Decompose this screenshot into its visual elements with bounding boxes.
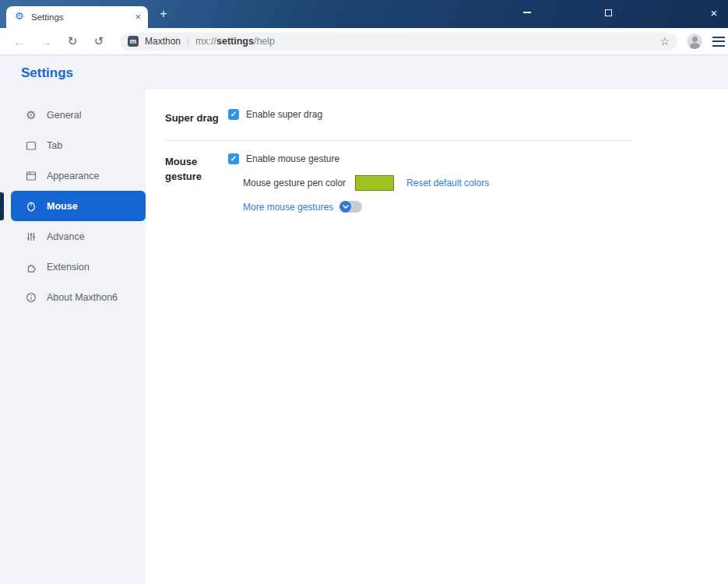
refresh-button[interactable]: ↻: [62, 31, 83, 51]
undo-button[interactable]: ↺: [89, 31, 109, 51]
tab-icon: [25, 139, 37, 152]
more-gestures-row: More mouse gestures: [243, 201, 362, 213]
reset-default-colors-link[interactable]: Reset default colors: [406, 178, 489, 188]
sidebar-item-about[interactable]: About Maxthon6: [11, 282, 146, 312]
settings-content-panel: Super drag ✓ Enable super drag Mouse ges…: [146, 90, 728, 584]
more-gestures-toggle[interactable]: [339, 201, 362, 213]
address-bar[interactable]: m Maxthon | mx:// settings /help ☆: [120, 33, 677, 51]
new-tab-button[interactable]: +: [154, 5, 173, 23]
enable-super-drag-row: ✓ Enable super drag: [228, 109, 322, 120]
url-host: settings: [216, 36, 254, 47]
enable-super-drag-label: Enable super drag: [246, 109, 322, 120]
tab-settings[interactable]: ⚙ Settings ×: [6, 6, 148, 28]
mouse-icon: [25, 200, 37, 213]
info-icon: [25, 291, 37, 304]
selected-item-indicator: [0, 192, 4, 220]
settings-page: Settings ⚙ General Tab Appear: [0, 56, 728, 584]
mouse-gesture-heading: Mouse gesture: [165, 154, 215, 184]
section-divider: [165, 140, 632, 141]
minimize-button[interactable]: [515, 0, 539, 25]
minimize-icon: [523, 12, 531, 13]
sidebar-item-tab[interactable]: Tab: [11, 130, 146, 160]
url-scheme: mx://: [195, 36, 216, 47]
settings-gear-favicon: ⚙: [15, 11, 24, 22]
sidebar-item-extension[interactable]: Extension: [11, 252, 146, 282]
tab-title: Settings: [31, 12, 64, 22]
sidebar-item-label: Tab: [47, 140, 62, 151]
back-button[interactable]: ←: [9, 31, 30, 51]
appearance-icon: [25, 170, 37, 182]
puzzle-icon: [25, 261, 37, 273]
titlebar: ⚙ Settings × + ×: [0, 0, 728, 28]
page-title: Settings: [21, 65, 73, 81]
sidebar-item-advance[interactable]: Advance: [11, 221, 146, 252]
enable-super-drag-checkbox[interactable]: ✓: [228, 109, 239, 120]
gear-icon: ⚙: [25, 109, 37, 121]
maximize-button[interactable]: [596, 0, 620, 25]
sidebar-item-label: Mouse: [47, 201, 78, 212]
sidebar-item-label: Extension: [47, 262, 90, 273]
sidebar-item-label: About Maxthon6: [47, 292, 118, 303]
forward-button[interactable]: →: [36, 31, 56, 51]
menu-icon[interactable]: [712, 37, 725, 47]
browser-window: ⚙ Settings × + × ← → ↻ ↺ m Maxthon | mx:…: [0, 0, 728, 584]
bookmark-star-icon[interactable]: ☆: [659, 35, 670, 47]
address-separator: |: [187, 37, 189, 46]
sidebar-item-mouse[interactable]: Mouse: [11, 191, 146, 221]
maximize-icon: [605, 9, 612, 16]
sidebar-item-label: Appearance: [47, 171, 99, 181]
sidebar-item-label: General: [47, 110, 81, 121]
maxthon-logo-icon: m: [128, 36, 139, 47]
more-mouse-gestures-link[interactable]: More mouse gestures: [243, 202, 333, 213]
enable-mouse-gesture-checkbox[interactable]: ✓: [228, 153, 239, 164]
pen-color-row: Mouse gesture pen color Reset default co…: [243, 175, 489, 191]
close-window-button[interactable]: ×: [702, 0, 726, 25]
super-drag-heading: Super drag: [165, 112, 219, 124]
sidebar-item-general[interactable]: ⚙ General: [11, 100, 146, 130]
tab-close-icon[interactable]: ×: [135, 11, 141, 23]
pen-color-swatch[interactable]: [355, 175, 394, 191]
pen-color-label: Mouse gesture pen color: [243, 178, 346, 188]
avatar[interactable]: [687, 33, 702, 49]
enable-mouse-gesture-row: ✓ Enable mouse gesture: [228, 153, 339, 164]
address-brand-label: Maxthon: [145, 36, 181, 47]
sliders-icon: [25, 230, 37, 243]
sidebar-item-label: Advance: [47, 231, 85, 242]
sidebar-item-appearance[interactable]: Appearance: [11, 160, 146, 191]
chevron-down-icon: [339, 201, 351, 213]
toolbar: ← → ↻ ↺ m Maxthon | mx:// settings /help…: [0, 28, 728, 55]
enable-mouse-gesture-label: Enable mouse gesture: [246, 153, 339, 164]
url-path: /help: [254, 36, 275, 47]
